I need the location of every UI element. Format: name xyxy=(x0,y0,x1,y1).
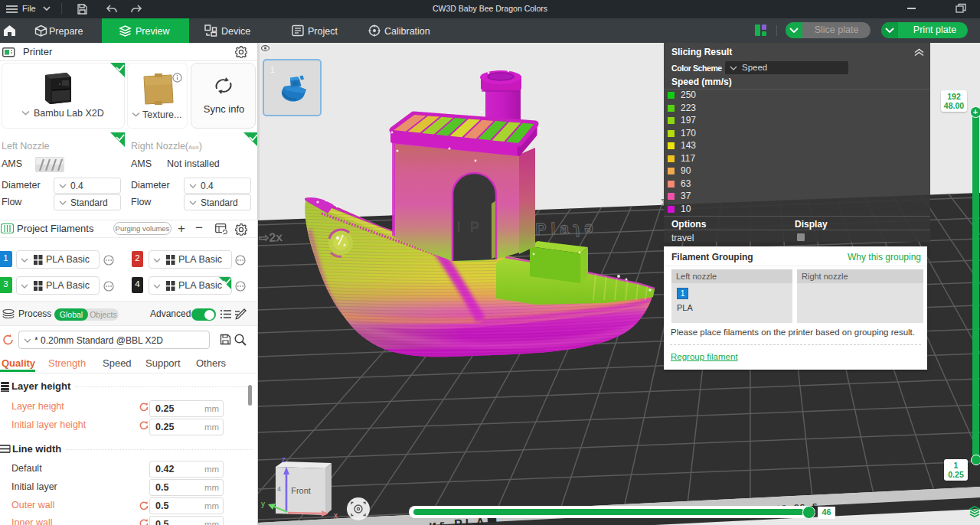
svg-text:x: x xyxy=(334,511,338,520)
svg-text:y: y xyxy=(261,500,265,508)
svg-text:⇨2x: ⇨2x xyxy=(259,230,283,245)
svg-text:z: z xyxy=(282,455,286,464)
svg-text:Front: Front xyxy=(291,486,311,495)
svg-text:4: 4 xyxy=(277,485,281,493)
svg-text:l P: l P xyxy=(457,220,482,235)
